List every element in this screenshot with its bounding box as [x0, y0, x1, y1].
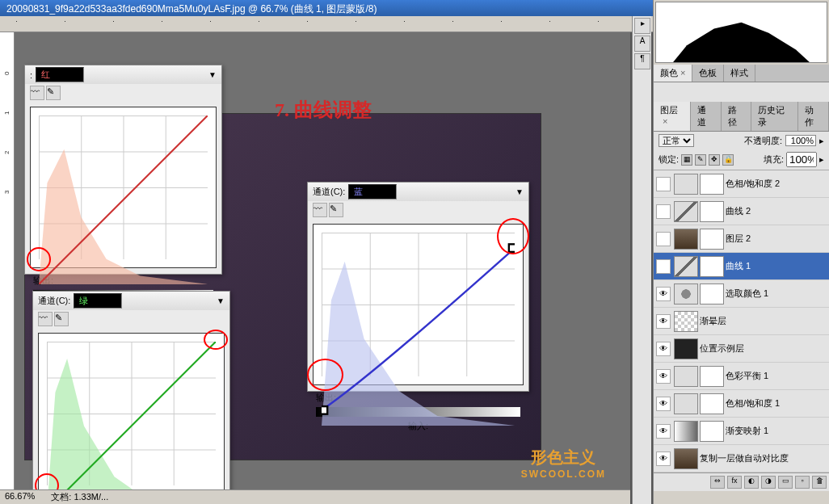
layer-name[interactable]: 渐晕层 [700, 315, 827, 327]
visibility-toggle[interactable]: 👁 [656, 259, 671, 274]
layer-row[interactable]: 👁曲线 1 [654, 253, 829, 280]
layer-thumbnail[interactable] [674, 256, 698, 277]
layer-thumbnail[interactable] [674, 284, 698, 304]
curve-graph-blue[interactable] [313, 224, 524, 385]
lock-transparency-icon[interactable]: ▦ [681, 154, 692, 166]
layer-name[interactable]: 色相/饱和度 1 [726, 397, 827, 410]
channel-select-green[interactable]: 绿 [74, 293, 122, 309]
curve-tool-icon[interactable]: 〰 [313, 203, 327, 217]
colors-panel-body[interactable] [654, 82, 829, 102]
layer-row[interactable]: 👁渐晕层 [654, 308, 829, 335]
tab-swatches[interactable]: 色板 [692, 65, 724, 82]
layer-row[interactable]: 👁选取颜色 1 [654, 280, 829, 308]
pencil-tool-icon[interactable]: ✎ [329, 203, 343, 217]
link-icon[interactable]: ⇔ [710, 476, 725, 489]
layer-name[interactable]: 曲线 2 [726, 205, 827, 217]
dock-icon[interactable]: ▸ [634, 18, 650, 34]
tab-paths[interactable]: 路径 [722, 102, 752, 131]
pencil-tool-icon[interactable]: ✎ [54, 312, 69, 326]
tab-colors[interactable]: 颜色× [654, 65, 692, 82]
chevron-right-icon[interactable]: ▸ [819, 154, 824, 165]
layer-mask-thumbnail[interactable] [700, 393, 724, 414]
layer-mask-thumbnail[interactable] [700, 229, 724, 250]
layer-mask-thumbnail[interactable] [700, 284, 724, 304]
channel-select-blue[interactable]: 蓝 [348, 184, 397, 200]
layer-thumbnail[interactable] [674, 366, 698, 387]
curves-panel-red[interactable]: : 红 ▼ 〰✎ 输出: 输入: [24, 65, 222, 275]
paragraph-icon[interactable]: ¶ [634, 53, 650, 69]
chevron-right-icon[interactable]: ▸ [819, 136, 824, 146]
layer-mask-thumbnail[interactable] [700, 174, 724, 195]
layer-thumbnail[interactable] [674, 311, 698, 332]
layer-thumbnail[interactable] [674, 338, 698, 359]
opacity-input[interactable] [785, 135, 816, 146]
tab-layers[interactable]: 图层× [654, 102, 691, 131]
layer-mask-thumbnail[interactable] [700, 201, 724, 222]
layer-mask-thumbnail[interactable] [700, 366, 724, 387]
fill-input[interactable] [786, 152, 817, 167]
tab-styles[interactable]: 样式 [724, 65, 755, 82]
layer-row[interactable]: 👁渐变映射 1 [654, 418, 829, 445]
layer-thumbnail[interactable] [674, 201, 698, 222]
layer-name[interactable]: 图层 2 [726, 233, 827, 245]
visibility-toggle[interactable]: 👁 [656, 397, 671, 411]
layer-thumbnail[interactable] [674, 229, 698, 250]
lock-brush-icon[interactable]: ✎ [695, 154, 706, 166]
mask-icon[interactable]: ◐ [744, 476, 759, 489]
layer-row[interactable]: 👁色彩平衡 1 [654, 363, 829, 390]
visibility-toggle[interactable]: 👁 [656, 342, 671, 356]
layer-name[interactable]: 色彩平衡 1 [726, 370, 827, 382]
layer-name[interactable]: 色相/饱和度 2 [726, 178, 827, 190]
visibility-toggle[interactable] [656, 177, 671, 191]
curve-tool-icon[interactable]: 〰 [30, 86, 44, 100]
layer-thumbnail[interactable] [674, 421, 698, 442]
layer-row[interactable]: 曲线 2 [654, 198, 829, 225]
fx-icon[interactable]: fx [727, 476, 742, 489]
pencil-tool-icon[interactable]: ✎ [46, 86, 61, 100]
visibility-toggle[interactable]: 👁 [656, 287, 671, 301]
curves-panel-green[interactable]: 通道(C): 绿 ▼ 〰✎ 输出: 输入: [32, 291, 230, 501]
lock-move-icon[interactable]: ✥ [709, 154, 720, 166]
tab-history[interactable]: 历史记录 [751, 102, 798, 131]
layer-name[interactable]: 位置示例层 [700, 342, 827, 355]
adjust-icon[interactable]: ◑ [761, 476, 776, 489]
type-icon[interactable]: A [634, 36, 650, 52]
trash-icon[interactable]: 🗑 [812, 476, 827, 489]
zoom-level[interactable]: 66.67% [5, 491, 35, 503]
visibility-toggle[interactable]: 👁 [656, 369, 671, 384]
lock-all-icon[interactable]: 🔒 [722, 154, 734, 166]
visibility-toggle[interactable]: 👁 [656, 452, 671, 466]
curve-tool-icon[interactable]: 〰 [38, 312, 53, 326]
folder-icon[interactable]: ▭ [778, 476, 793, 489]
close-icon[interactable]: × [680, 68, 685, 78]
curves-panel-blue[interactable]: 通道(C): 蓝 ▼ 〰✎ 输出: 输入: [307, 182, 529, 392]
layer-name[interactable]: 渐变映射 1 [726, 425, 827, 437]
layer-row[interactable]: 图层 2 [654, 225, 829, 253]
layer-mask-thumbnail[interactable] [700, 256, 724, 277]
layer-row[interactable]: 👁色相/饱和度 1 [654, 390, 829, 418]
channel-select-red[interactable]: 红 [36, 67, 84, 82]
layer-name[interactable]: 复制一层做自动对比度 [700, 452, 827, 464]
visibility-toggle[interactable] [656, 204, 671, 219]
tab-actions[interactable]: 动作 [798, 102, 829, 131]
layer-mask-thumbnail[interactable] [700, 421, 724, 442]
layer-thumbnail[interactable] [674, 174, 698, 195]
layer-thumbnail[interactable] [674, 393, 698, 414]
tab-channels[interactable]: 通道 [691, 102, 722, 131]
blend-mode-select[interactable]: 正常 [659, 134, 694, 147]
curve-graph-green[interactable] [38, 333, 225, 494]
layer-row[interactable]: 色相/饱和度 2 [654, 170, 829, 198]
curve-graph-red[interactable] [30, 107, 217, 268]
layer-thumbnail[interactable] [674, 448, 698, 469]
layer-name[interactable]: 选取颜色 1 [726, 288, 827, 300]
layer-name[interactable]: 曲线 1 [726, 260, 827, 272]
layer-list[interactable]: 色相/饱和度 2曲线 2图层 2👁曲线 1👁选取颜色 1👁渐晕层👁位置示例层👁色… [654, 170, 829, 472]
close-icon[interactable]: × [663, 116, 667, 126]
visibility-toggle[interactable] [656, 232, 671, 246]
layer-row[interactable]: 👁位置示例层 [654, 335, 829, 363]
visibility-toggle[interactable]: 👁 [656, 424, 671, 439]
visibility-toggle[interactable]: 👁 [656, 314, 671, 329]
layer-row[interactable]: 👁复制一层做自动对比度 [654, 445, 829, 472]
new-layer-icon[interactable]: ▫ [795, 476, 810, 489]
histogram-panel[interactable] [655, 2, 827, 63]
